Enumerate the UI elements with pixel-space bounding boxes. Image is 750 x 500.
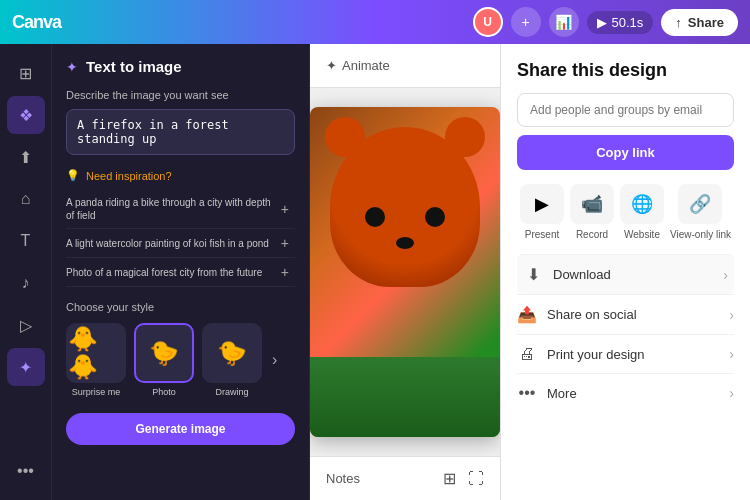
sidebar-item-pages[interactable]: ⊞	[7, 54, 45, 92]
canvas-image	[310, 107, 500, 437]
social-icon: 📤	[517, 305, 537, 324]
animate-icon: ✦	[326, 58, 337, 73]
animate-label: Animate	[342, 58, 390, 73]
canvas-bottom: Notes ⊞ ⛶	[310, 456, 500, 500]
style-thumb-drawing: 🐤	[202, 323, 262, 383]
generate-button[interactable]: Generate image	[66, 413, 295, 445]
panda-eye-right	[425, 207, 445, 227]
share-icon-website[interactable]: 🌐 Website	[620, 184, 664, 240]
share-title: Share this design	[517, 60, 734, 81]
prompt-input[interactable]: A firefox in a forest standing up	[66, 109, 295, 155]
share-panel: Share this design Copy link ▶ Present 📹 …	[500, 44, 750, 500]
share-icons-row: ▶ Present 📹 Record 🌐 Website 🔗 View-only…	[517, 184, 734, 240]
panda-face	[330, 127, 480, 287]
fullscreen-icon[interactable]: ⛶	[468, 470, 484, 488]
download-label: Download	[553, 267, 723, 282]
main-layout: ⊞ ❖ ⬆ ⌂ T ♪ ▷ ✦ ••• ✦ Text to image Desc…	[0, 44, 750, 500]
inspiration-item-2[interactable]: A light watercolor painting of koi fish …	[66, 229, 295, 258]
inspiration-item-3[interactable]: Photo of a magical forest city from the …	[66, 258, 295, 287]
style-label-surprise: Surprise me	[72, 387, 121, 397]
add-icon-2: +	[281, 235, 289, 251]
next-style-icon[interactable]: ›	[272, 351, 277, 369]
menu-item-more[interactable]: ••• More ›	[517, 373, 734, 412]
style-section-title: Choose your style	[66, 301, 295, 313]
animate-button[interactable]: ✦ Animate	[326, 58, 390, 73]
add-icon-3: +	[281, 264, 289, 280]
present-icon: ▶	[520, 184, 564, 224]
sidebar-item-audio[interactable]: ♪	[7, 264, 45, 302]
download-icon: ⬇	[523, 265, 543, 284]
add-icon-1: +	[281, 201, 289, 217]
topbar-actions: U + 📊 ▶ 50.1s ↑ Share	[473, 7, 738, 37]
sidebar-icons: ⊞ ❖ ⬆ ⌂ T ♪ ▷ ✦ •••	[0, 44, 52, 500]
canvas-toolbar: ✦ Animate	[310, 44, 500, 88]
timer-value: 50.1s	[612, 15, 644, 30]
text-to-image-icon: ✦	[66, 59, 78, 75]
more-label: More	[547, 386, 729, 401]
style-label-drawing: Drawing	[215, 387, 248, 397]
inspiration-header[interactable]: 💡 Need inspiration?	[66, 169, 295, 182]
grass-area	[310, 357, 500, 437]
bottom-icons: ⊞ ⛶	[443, 469, 484, 488]
style-drawing[interactable]: 🐤 Drawing	[202, 323, 262, 397]
style-thumb-photo: 🐤	[134, 323, 194, 383]
print-arrow-icon: ›	[729, 346, 734, 362]
inspiration-label: Need inspiration?	[86, 170, 172, 182]
sidebar-item-video[interactable]: ▷	[7, 306, 45, 344]
grid-view-icon[interactable]: ⊞	[443, 469, 456, 488]
menu-item-download[interactable]: ⬇ Download ›	[517, 254, 734, 294]
present-label: Present	[525, 229, 559, 240]
viewonly-label: View-only link	[670, 229, 731, 240]
social-arrow-icon: ›	[729, 307, 734, 323]
website-icon: 🌐	[620, 184, 664, 224]
style-label-photo: Photo	[152, 387, 176, 397]
canvas-content[interactable]	[310, 88, 500, 456]
sidebar-item-upload[interactable]: ⬆	[7, 138, 45, 176]
inspiration-item-1[interactable]: A panda riding a bike through a city wit…	[66, 190, 295, 229]
panel-header: ✦ Text to image	[66, 58, 295, 75]
topbar: Canva U + 📊 ▶ 50.1s ↑ Share	[0, 0, 750, 44]
style-section: Choose your style 🐥🐥 Surprise me 🐤 Photo…	[66, 301, 295, 397]
sidebar-item-elements[interactable]: ❖	[7, 96, 45, 134]
inspiration-text-2: A light watercolor painting of koi fish …	[66, 237, 281, 250]
panda-nose	[396, 237, 414, 249]
panel-title: Text to image	[86, 58, 182, 75]
analytics-button[interactable]: 📊	[549, 7, 579, 37]
inspiration-text-3: Photo of a magical forest city from the …	[66, 266, 281, 279]
canva-logo: Canva	[12, 12, 61, 33]
add-collaborator-button[interactable]: +	[511, 7, 541, 37]
download-arrow-icon: ›	[723, 267, 728, 283]
bulb-icon: 💡	[66, 169, 80, 182]
share-icon-record[interactable]: 📹 Record	[570, 184, 614, 240]
sidebar-item-ai[interactable]: ✦	[7, 348, 45, 386]
sidebar-item-more[interactable]: •••	[7, 452, 45, 490]
share-button[interactable]: ↑ Share	[661, 9, 738, 36]
print-label: Print your design	[547, 347, 729, 362]
sidebar-item-text[interactable]: T	[7, 222, 45, 260]
menu-item-social[interactable]: 📤 Share on social ›	[517, 294, 734, 334]
share-icon: ↑	[675, 15, 682, 30]
canvas-area: ✦ Animate Notes ⊞ ⛶	[310, 44, 500, 500]
social-label: Share on social	[547, 307, 729, 322]
timer-button[interactable]: ▶ 50.1s	[587, 11, 654, 34]
inspiration-text-1: A panda riding a bike through a city wit…	[66, 196, 281, 222]
style-grid: 🐥🐥 Surprise me 🐤 Photo 🐤 Drawing ›	[66, 323, 295, 397]
copy-link-button[interactable]: Copy link	[517, 135, 734, 170]
notes-label: Notes	[326, 471, 360, 486]
share-icon-viewonly[interactable]: 🔗 View-only link	[670, 184, 731, 240]
style-photo[interactable]: 🐤 Photo	[134, 323, 194, 397]
share-email-input[interactable]	[517, 93, 734, 127]
menu-item-print[interactable]: 🖨 Print your design ›	[517, 334, 734, 373]
share-icon-present[interactable]: ▶ Present	[520, 184, 564, 240]
more-arrow-icon: ›	[729, 385, 734, 401]
left-panel: ✦ Text to image Describe the image you w…	[52, 44, 310, 500]
sidebar-item-home[interactable]: ⌂	[7, 180, 45, 218]
avatar[interactable]: U	[473, 7, 503, 37]
style-thumb-surprise: 🐥🐥	[66, 323, 126, 383]
print-icon: 🖨	[517, 345, 537, 363]
record-icon: 📹	[570, 184, 614, 224]
share-label: Share	[688, 15, 724, 30]
panel-description: Describe the image you want see	[66, 89, 295, 101]
style-surprise[interactable]: 🐥🐥 Surprise me	[66, 323, 126, 397]
more-icon: •••	[517, 384, 537, 402]
